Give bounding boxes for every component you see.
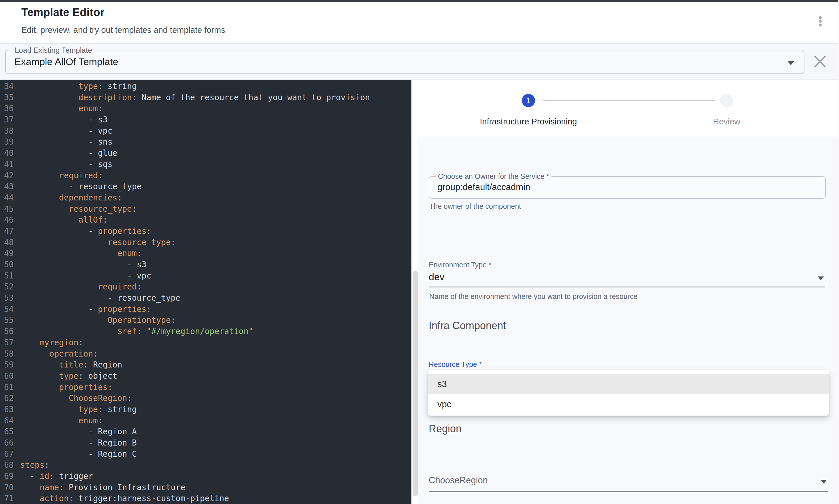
line-number: 47 <box>0 226 20 237</box>
line-number: 56 <box>0 326 20 337</box>
code-line: 36 enum: <box>0 103 411 114</box>
code-line: 39 - sns <box>0 137 411 148</box>
load-template-select[interactable]: Load Existing Template Example AllOf Tem… <box>5 50 804 74</box>
code-line: 61 properties: <box>0 382 411 393</box>
close-icon <box>808 50 832 73</box>
code-line: 38 - vpc <box>0 126 411 137</box>
environment-underline <box>429 287 825 287</box>
page-scrollbar-track[interactable] <box>838 0 838 504</box>
owner-field-value: group:default/accadmin <box>438 182 530 192</box>
code-line: 45 resource_type: <box>0 204 411 215</box>
load-template-label: Load Existing Template <box>12 46 94 55</box>
line-number: 43 <box>0 181 20 192</box>
line-number: 66 <box>0 437 20 449</box>
code-line: 37 - s3 <box>0 114 411 126</box>
chevron-down-icon[interactable] <box>821 480 827 484</box>
code-line: 51 - vpc <box>0 270 411 282</box>
code-line: 65 - Region A <box>0 426 411 437</box>
code-line: 34 type: string <box>0 81 411 92</box>
line-number: 58 <box>0 348 20 360</box>
line-number: 50 <box>0 259 20 270</box>
line-number: 42 <box>0 170 20 181</box>
resource-type-label: Resource Type * <box>429 360 482 368</box>
kebab-dot-icon <box>819 16 822 19</box>
line-number: 37 <box>0 114 20 126</box>
stepper-label-review: Review <box>683 117 770 126</box>
stepper-label-infrastructure: Infrastructure Provisioning <box>442 117 615 126</box>
yaml-code: 34 type: string35 description: Name of t… <box>0 81 411 504</box>
line-number: 68 <box>0 460 20 471</box>
top-accent-bar <box>0 0 838 2</box>
line-number: 63 <box>0 404 20 415</box>
code-line: 40 - glue <box>0 148 411 159</box>
code-line: 35 description: Name of the resource tha… <box>0 92 411 103</box>
code-line: 55 Operationtype: <box>0 315 411 326</box>
code-line: 54 - properties: <box>0 304 411 315</box>
line-number: 53 <box>0 293 20 304</box>
line-number: 35 <box>0 92 20 103</box>
line-number: 52 <box>0 281 20 293</box>
environment-helper-text: Name of the environment where you want t… <box>429 292 638 301</box>
line-number: 55 <box>0 315 20 326</box>
environment-field-label: Environment Type * <box>429 260 492 269</box>
line-number: 48 <box>0 237 20 248</box>
line-number: 62 <box>0 393 20 404</box>
chevron-down-icon <box>787 61 795 65</box>
line-number: 54 <box>0 304 20 315</box>
line-number: 67 <box>0 449 20 460</box>
line-number: 44 <box>0 192 20 204</box>
code-line: 52 required: <box>0 281 411 293</box>
environment-select[interactable]: dev <box>429 271 445 283</box>
load-template-row: Load Existing Template Example AllOf Tem… <box>0 43 838 80</box>
choose-region-select[interactable]: ChooseRegion <box>429 475 488 486</box>
line-number: 45 <box>0 204 20 215</box>
line-number: 36 <box>0 103 20 114</box>
line-number: 57 <box>0 337 20 348</box>
load-template-value: Example AllOf Template <box>14 56 118 67</box>
code-line: 42 required: <box>0 170 411 181</box>
code-line: 49 enum: <box>0 248 411 259</box>
code-line: 67 - Region C <box>0 449 411 460</box>
code-line: 68steps: <box>0 460 411 471</box>
owner-helper-text: The owner of the component <box>429 202 521 211</box>
line-number: 46 <box>0 215 20 226</box>
line-number: 64 <box>0 415 20 427</box>
clear-template-button[interactable] <box>808 50 832 73</box>
chevron-down-icon[interactable] <box>818 276 824 280</box>
code-line: 58 operation: <box>0 348 411 360</box>
line-number: 59 <box>0 359 20 371</box>
choose-region-underline <box>429 491 828 492</box>
panel-scrollbar-thumb[interactable] <box>413 271 418 496</box>
page-subtitle: Edit, preview, and try out templates and… <box>21 25 225 35</box>
code-line: 57 myregion: <box>0 337 411 348</box>
code-line: 41 - sqs <box>0 159 411 170</box>
yaml-editor[interactable]: 34 type: string35 description: Name of t… <box>0 80 411 504</box>
code-line: 60 type: object <box>0 371 411 382</box>
stepper-step-2[interactable]: 2 <box>720 94 733 107</box>
line-number: 69 <box>0 471 20 482</box>
line-number: 60 <box>0 371 20 382</box>
code-line: 63 type: string <box>0 404 411 415</box>
line-number: 51 <box>0 270 20 282</box>
stepper-step-1[interactable]: 1 <box>522 94 535 107</box>
code-line: 53 - resource_type <box>0 293 411 304</box>
code-line: 47 - properties: <box>0 226 411 237</box>
line-number: 38 <box>0 126 20 137</box>
region-heading: Region <box>429 423 462 435</box>
line-number: 61 <box>0 382 20 393</box>
code-line: 64 enum: <box>0 415 411 427</box>
infra-component-heading: Infra Component <box>429 320 506 332</box>
line-number: 40 <box>0 148 20 159</box>
owner-field[interactable]: Choose an Owner for the Service * group:… <box>429 176 826 199</box>
code-line: 50 - s3 <box>0 259 411 270</box>
template-editor-app: Template Editor Edit, preview, and try o… <box>0 0 839 504</box>
line-number: 65 <box>0 426 20 437</box>
code-line: 56 $ref: "#/myregion/operation" <box>0 326 411 337</box>
code-line: 59 title: Region <box>0 359 411 371</box>
kebab-menu-button[interactable] <box>814 14 827 29</box>
line-number: 49 <box>0 248 20 259</box>
line-number: 34 <box>0 81 20 92</box>
resource-type-option-s3[interactable]: s3 <box>428 374 828 394</box>
owner-field-label: Choose an Owner for the Service * <box>435 172 551 181</box>
resource-type-option-vpc[interactable]: vpc <box>428 394 828 414</box>
